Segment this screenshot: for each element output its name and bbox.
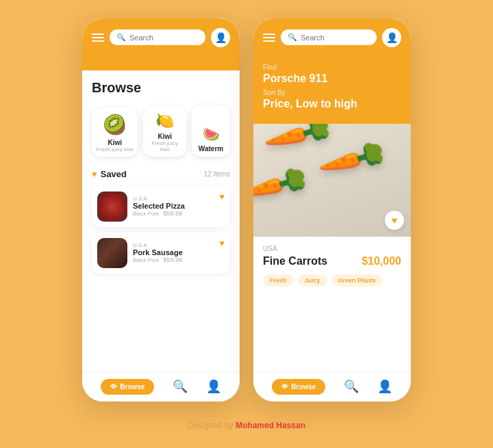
kiwi-name: Kiwi — [108, 139, 122, 146]
kiwi-emoji: 🥝 — [103, 114, 127, 136]
right-user-avatar[interactable]: 👤 — [382, 28, 401, 47]
left-search-input[interactable] — [129, 34, 199, 42]
product-image-container: 🥕🥕🥕 ♥ — [253, 124, 411, 237]
fruit-card-lemon[interactable]: 🍋 Kiwi Fresh juicy kiwi — [143, 107, 186, 157]
search-nav-btn[interactable]: 🔍 — [173, 379, 188, 394]
items-count: 12 Items — [204, 170, 230, 178]
pizza-sub: Black Pork $59.99 — [133, 210, 225, 217]
user-nav-btn[interactable]: 👤 — [206, 379, 221, 394]
product-detail: USA Fine Carrots $10,000 Fresh Juicy Gre… — [253, 237, 411, 371]
browse-eye-icon: 👁 — [110, 383, 117, 391]
lemon-name: Kiwi — [157, 133, 172, 140]
sausage-origin: U.S.A — [133, 242, 225, 248]
sausage-name: Pork Sausage — [133, 248, 225, 256]
pizza-image — [97, 192, 127, 222]
sortby-value: Price, Low to high — [263, 98, 401, 110]
pizza-price: $59.99 — [163, 210, 182, 217]
left-phone-top: 🔍 👤 — [82, 18, 240, 70]
wishlist-heart-btn[interactable]: ♥ — [385, 211, 404, 230]
saved-item-pizza[interactable]: U.S.A Selected Pizza Black Pork $59.99 ♥ — [92, 186, 230, 227]
right-search-icon: 🔍 — [288, 33, 297, 42]
left-phone-header: 🔍 👤 — [92, 28, 230, 47]
left-search-bar[interactable]: 🔍 — [110, 29, 205, 45]
watermelon-name: Waterm — [199, 145, 223, 153]
tag-juicy[interactable]: Juicy — [298, 274, 327, 287]
pizza-info: U.S.A Selected Pizza Black Pork $59.99 — [133, 196, 225, 217]
product-price: $10,000 — [362, 255, 401, 267]
designer-name: Mohamed Hassan — [236, 421, 305, 430]
find-section: Find Porsche 911 Sort By Price, Low to h… — [253, 64, 411, 124]
left-phone: 🔍 👤 Browse 🥝 Kiwi Fresh juicy kiwi — [82, 18, 240, 401]
sausage-sub: Black Pork $59.99 — [133, 256, 225, 263]
pizza-heart-btn[interactable]: ♥ — [219, 192, 225, 202]
find-value: Porsche 911 — [263, 73, 401, 85]
product-origin: USA — [263, 245, 401, 252]
browse-nav-btn[interactable]: 👁 Browse — [101, 379, 154, 395]
sausage-price: $59.99 — [163, 256, 182, 263]
right-browse-nav-label: Browse — [291, 383, 316, 391]
right-search-input[interactable] — [301, 34, 370, 42]
phones-row: 🔍 👤 Browse 🥝 Kiwi Fresh juicy kiwi — [82, 18, 411, 401]
saved-label: Saved — [101, 169, 127, 179]
sausage-info: U.S.A Pork Sausage Black Pork $59.99 — [133, 242, 225, 263]
right-browse-eye-icon: 👁 — [281, 383, 288, 391]
saved-title: ♥ Saved — [92, 169, 127, 179]
product-tags: Fresh Juicy Green Plants — [263, 274, 401, 287]
saved-section-header: ♥ Saved 12 Items — [92, 169, 230, 179]
user-icon: 👤 — [215, 32, 227, 43]
sausage-image — [97, 238, 127, 268]
right-bottom-nav: 👁 Browse 🔍 👤 — [253, 371, 411, 401]
sortby-label: Sort By — [263, 89, 401, 96]
saved-item-sausage[interactable]: U.S.A Pork Sausage Black Pork $59.99 ♥ — [92, 233, 230, 274]
credit-text: Designed by — [188, 421, 236, 430]
find-label: Find — [263, 64, 401, 71]
lemon-desc: Fresh juicy kiwi — [147, 140, 182, 153]
right-phone: 🔍 👤 Find Porsche 911 Sort By Price, Low … — [253, 18, 411, 401]
pizza-origin: U.S.A — [133, 196, 225, 202]
tag-fresh[interactable]: Fresh — [263, 274, 294, 287]
designer-credit: Designed by Mohamed Hassan — [188, 421, 305, 430]
browse-title: Browse — [92, 80, 230, 96]
tag-green-plants[interactable]: Green Plants — [331, 274, 383, 287]
right-search-bar[interactable]: 🔍 — [281, 29, 377, 45]
lemon-emoji: 🍋 — [155, 112, 174, 130]
browse-nav-label: Browse — [120, 383, 144, 391]
fruit-cards: 🥝 Kiwi Fresh juicy kiwi 🍋 Kiwi Fresh jui… — [92, 105, 230, 157]
watermelon-emoji: 🍉 — [203, 126, 220, 142]
kiwi-desc: Fresh juicy kiwi — [97, 146, 134, 153]
left-phone-body: Browse 🥝 Kiwi Fresh juicy kiwi 🍋 Kiwi Fr… — [82, 70, 240, 371]
right-user-icon: 👤 — [386, 32, 398, 43]
pizza-name: Selected Pizza — [133, 202, 225, 210]
hamburger-icon[interactable] — [92, 34, 104, 42]
product-name-price: Fine Carrots $10,000 — [263, 255, 401, 267]
heart-filled-icon: ♥ — [92, 169, 97, 179]
product-name: Fine Carrots — [263, 255, 327, 267]
fruit-card-kiwi-large[interactable]: 🥝 Kiwi Fresh juicy kiwi — [92, 108, 138, 157]
right-user-nav-btn[interactable]: 👤 — [377, 379, 392, 394]
right-phone-top: 🔍 👤 — [253, 18, 411, 64]
left-user-avatar[interactable]: 👤 — [211, 28, 230, 47]
right-phone-header: 🔍 👤 — [263, 28, 401, 47]
right-browse-nav-btn[interactable]: 👁 Browse — [272, 379, 325, 395]
right-hamburger-icon[interactable] — [263, 34, 275, 42]
fruit-card-watermelon[interactable]: 🍉 Waterm — [192, 105, 230, 157]
right-search-nav-btn[interactable]: 🔍 — [344, 379, 359, 394]
main-container: 🔍 👤 Browse 🥝 Kiwi Fresh juicy kiwi — [82, 18, 411, 430]
search-icon: 🔍 — [116, 33, 126, 42]
sausage-heart-btn[interactable]: ♥ — [219, 238, 225, 248]
left-bottom-nav: 👁 Browse 🔍 👤 — [82, 371, 240, 401]
